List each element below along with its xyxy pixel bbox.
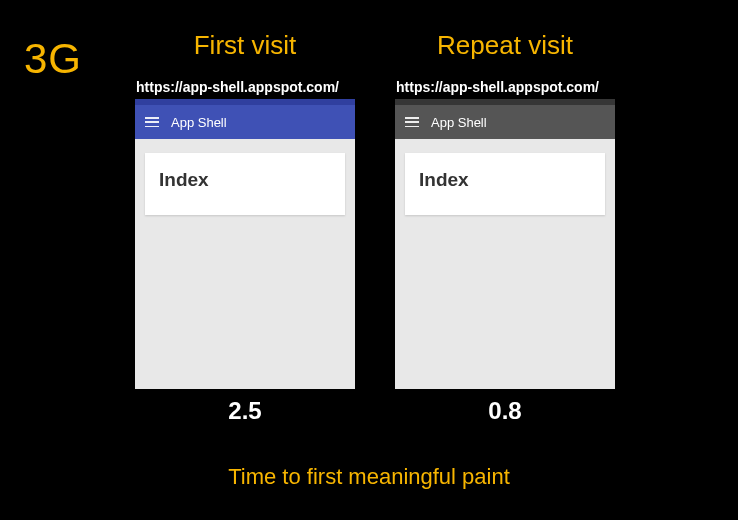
app-bar: App Shell [395,105,615,139]
timing-value: 2.5 [228,397,261,425]
card-title: Index [159,169,331,191]
repeat-visit-column: Repeat visit https://app-shell.appspot.c… [390,30,620,425]
phone-mock-first: App Shell Index [135,99,355,389]
app-bar-title: App Shell [171,115,227,130]
timing-value: 0.8 [488,397,521,425]
first-visit-column: First visit https://app-shell.appspot.co… [130,30,360,425]
hamburger-icon[interactable] [145,117,159,127]
content-card: Index [145,153,345,215]
content-card: Index [405,153,605,215]
card-title: Index [419,169,591,191]
hamburger-icon[interactable] [405,117,419,127]
url-label: https://app-shell.appspot.com/ [130,79,339,95]
column-title: Repeat visit [437,30,573,61]
phone-content: Index [395,139,615,229]
network-badge: 3G [24,35,82,83]
app-bar: App Shell [135,105,355,139]
url-label: https://app-shell.appspot.com/ [390,79,599,95]
phone-content: Index [135,139,355,229]
app-bar-title: App Shell [431,115,487,130]
column-title: First visit [194,30,297,61]
phone-mock-repeat: App Shell Index [395,99,615,389]
slide-caption: Time to first meaningful paint [0,464,738,490]
